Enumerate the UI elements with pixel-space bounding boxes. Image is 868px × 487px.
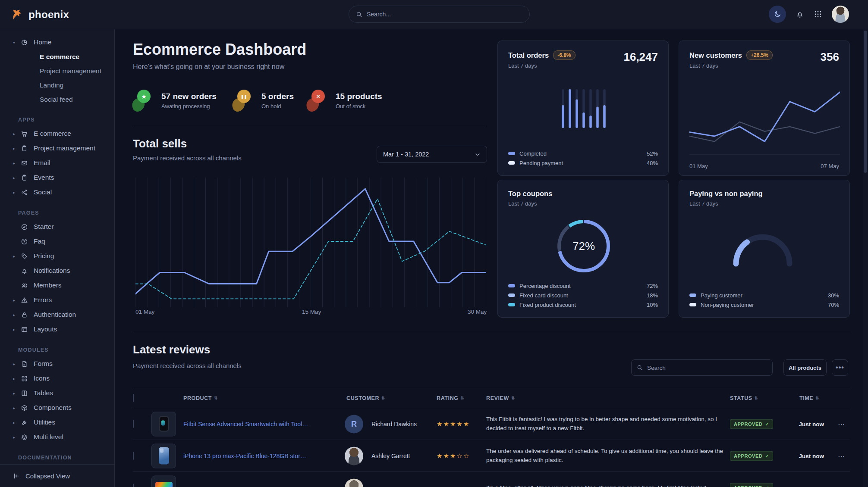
phoenix-logo-icon [11, 8, 24, 21]
caret-right-icon[interactable]: ▸ [13, 131, 21, 136]
file-icon [21, 360, 34, 368]
clipboard-icon [21, 145, 34, 152]
row-checkbox[interactable] [133, 484, 134, 487]
sidebar-item-components[interactable]: ▸ Components [0, 400, 114, 415]
sidebar-item-social[interactable]: ▸ Social [0, 185, 114, 200]
sidebar-subitem-social-feed[interactable]: Social feed [0, 92, 114, 106]
caret-right-icon[interactable]: ▸ [13, 254, 21, 259]
column-header-rating[interactable]: RATING ⇅ [437, 395, 465, 401]
caret-right-icon[interactable]: ▸ [13, 190, 21, 195]
stat-subtitle: Awating processing [161, 103, 217, 109]
sidebar-item-errors[interactable]: ▸ Errors [0, 293, 114, 307]
page-scrollbar-thumb[interactable] [864, 31, 867, 173]
sidebar-item-faq[interactable]: Faq [0, 234, 114, 249]
global-search-input[interactable]: Search... [349, 6, 530, 23]
stat-icon-star: ★ [133, 89, 154, 112]
stat-subtitle: Out of stock [336, 103, 382, 109]
sidebar-item-tables[interactable]: ▸ Tables [0, 386, 114, 400]
sidebar-item-label: Multi level [34, 433, 63, 441]
row-more-button[interactable]: ⋯ [838, 420, 845, 428]
sidebar-item-events[interactable]: ▸ Events [0, 170, 114, 185]
sidebar-item-label: Social [34, 188, 52, 196]
reviews-search-input[interactable]: Search [631, 359, 773, 376]
row-checkbox[interactable] [133, 420, 134, 428]
sidebar-item-layouts[interactable]: ▸ Layouts [0, 322, 114, 337]
legend-value: 18% [647, 292, 658, 299]
share-icon [21, 189, 34, 196]
legend-value: 30% [828, 292, 839, 299]
sidebar-item-icons[interactable]: ▸ Icons [0, 371, 114, 386]
clipboard-icon [21, 174, 34, 181]
row-checkbox[interactable] [133, 452, 134, 460]
sidebar-item-starter[interactable]: Starter [0, 219, 114, 234]
sidebar-item-forms[interactable]: ▸ Forms [0, 356, 114, 371]
sidebar-item-e-commerce[interactable]: ▸ E commerce [0, 126, 114, 141]
legend-swatch [508, 284, 515, 287]
row-more-button[interactable]: ⋯ [838, 484, 845, 487]
caret-right-icon[interactable]: ▸ [13, 146, 21, 151]
sidebar-item-home[interactable]: ▾ Home [0, 35, 114, 50]
page-scrollbar-track[interactable] [863, 29, 868, 487]
sidebar-item-email[interactable]: ▸ Email [0, 156, 114, 170]
caret-right-icon[interactable]: ▸ [13, 175, 21, 180]
select-all-checkbox[interactable] [133, 394, 134, 402]
section-divider [133, 332, 850, 332]
date-range-select[interactable]: Mar 1 - 31, 2022 [377, 146, 487, 163]
collapse-label: Collapsed View [25, 472, 70, 480]
product-link[interactable]: Fitbit Sense Advanced Smartwatch with To… [183, 421, 308, 428]
caret-right-icon[interactable]: ▸ [13, 161, 21, 165]
column-header-status[interactable]: STATUS ⇅ [730, 395, 758, 401]
row-more-button[interactable]: ⋯ [838, 452, 845, 460]
caret-down-icon[interactable]: ▾ [13, 40, 21, 45]
product-thumbnail[interactable] [151, 475, 176, 487]
product-link[interactable]: iPhone 13 pro max-Pacific Blue-128GB sto… [183, 453, 308, 459]
sidebar-item-utilities[interactable]: ▸ Utilities [0, 415, 114, 430]
column-header-review[interactable]: REVIEW ⇅ [486, 395, 515, 401]
column-header-time[interactable]: TIME ⇅ [799, 395, 819, 401]
legend-value: 52% [647, 150, 658, 157]
sidebar-item-authentication[interactable]: ▸ Authentication [0, 307, 114, 322]
caret-right-icon[interactable]: ▸ [13, 298, 21, 303]
column-header-product[interactable]: PRODUCT ⇅ [183, 395, 218, 401]
brand-logo[interactable]: phoenix [11, 8, 69, 21]
caret-right-icon[interactable]: ▸ [13, 362, 21, 366]
caret-right-icon[interactable]: ▸ [13, 406, 21, 410]
legend-row: Non-paying customer 70% [689, 300, 839, 309]
sidebar-section-modules: MODULES [0, 337, 114, 356]
stat-item-1: ❚❚ 5 orders On hold [233, 87, 294, 114]
sidebar-section-apps: APPS [0, 106, 114, 126]
sidebar-subitem-e-commerce[interactable]: E commerce [0, 50, 114, 64]
caret-right-icon[interactable]: ▸ [13, 312, 21, 317]
top-coupons-card: Top coupons Last 7 days 72% Percentage d… [497, 180, 669, 318]
column-label: REVIEW [486, 395, 509, 401]
sidebar-subitem-project-management[interactable]: Project management [0, 64, 114, 78]
user-avatar[interactable] [832, 6, 849, 23]
caret-right-icon[interactable]: ▸ [13, 435, 21, 440]
apps-grid-button[interactable] [814, 10, 822, 19]
caret-right-icon[interactable]: ▸ [13, 376, 21, 381]
notifications-button[interactable] [796, 10, 804, 19]
review-time: Just now [780, 421, 824, 427]
dark-mode-toggle[interactable] [769, 6, 786, 23]
sidebar-item-members[interactable]: Members [0, 278, 114, 293]
sidebar-subitem-landing[interactable]: Landing [0, 78, 114, 92]
caret-right-icon[interactable]: ▸ [13, 391, 21, 396]
sidebar-item-pricing[interactable]: ▸ Pricing [0, 249, 114, 263]
collapse-sidebar-button[interactable]: Collapsed View [0, 464, 114, 487]
column-label: RATING [437, 395, 459, 401]
column-header-customer[interactable]: CUSTOMER ⇅ [346, 395, 385, 401]
sidebar-item-project-management[interactable]: ▸ Project management [0, 141, 114, 156]
product-thumbnail[interactable] [151, 443, 176, 468]
page-title: Ecommerce Dashboard [133, 41, 306, 59]
all-products-button[interactable]: All products [783, 359, 827, 376]
legend-swatch [508, 152, 515, 155]
caret-right-icon[interactable]: ▸ [13, 327, 21, 332]
sidebar-item-multi-level[interactable]: ▸ Multi level [0, 430, 114, 444]
sidebar-item-notifications[interactable]: Notifications [0, 263, 114, 278]
sort-icon: ⇅ [755, 396, 758, 400]
caret-right-icon[interactable]: ▸ [13, 420, 21, 425]
total-sells-subtitle: Payment received across all channels [133, 154, 242, 162]
legend-label: Completed [519, 150, 547, 157]
product-thumbnail[interactable] [151, 412, 176, 436]
reviews-more-button[interactable]: ••• [832, 359, 848, 376]
